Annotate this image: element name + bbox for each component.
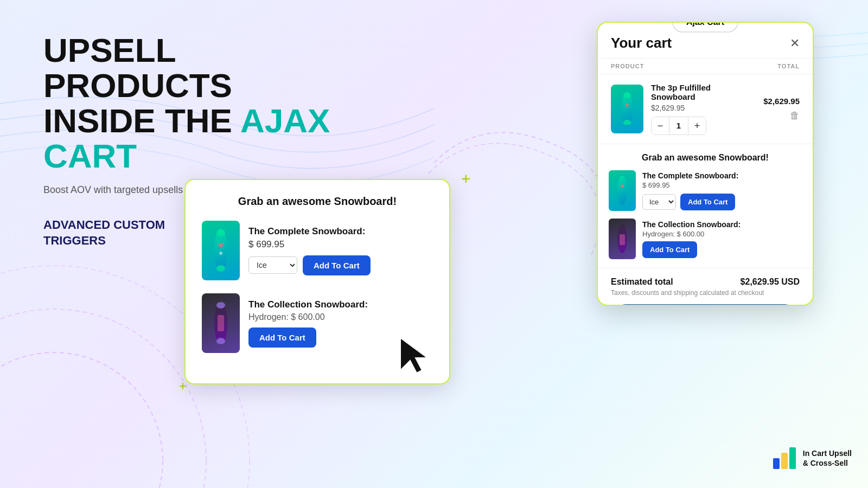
upsell-name-1: The Complete Snowboard: [248, 226, 433, 237]
svg-point-0 [0, 352, 163, 488]
upsell-variant-2: Hydrogen: $ 600.00 [248, 312, 433, 322]
svg-point-15 [623, 93, 631, 98]
estimated-amount: $2,629.95 USD [741, 277, 800, 287]
cart-scrollable[interactable]: Your cart ✕ PRODUCT TOTAL [598, 23, 813, 305]
cart-upsell-name-2: The Collection Snowboard: [642, 220, 802, 229]
upsell-controls-1: Ice Sea Powder Add To Cart [248, 255, 433, 275]
qty-value: 1 [669, 117, 688, 134]
upsell-price-1: $ 699.95 [248, 239, 433, 250]
upsell-popup-card: Grab an awesome Snowboard! The Complete … [184, 179, 450, 384]
upsell-name-2: The Collection Snowboard: [248, 299, 433, 310]
svg-rect-11 [218, 315, 224, 331]
add-to-cart-btn-1[interactable]: Add To Cart [303, 255, 371, 275]
svg-point-5 [216, 265, 225, 272]
svg-rect-20 [620, 234, 625, 245]
main-title: UPSELL PRODUCTS INSIDE THE AJAX CART [43, 33, 358, 174]
cart-item-name: The 3p Fulfilled Snowboard [651, 83, 756, 101]
cart-footer: Estimated total $2,629.95 USD Taxes, dis… [598, 268, 813, 305]
cart-upsell-name-1: The Complete Snowboard: [642, 171, 802, 180]
svg-rect-22 [781, 453, 788, 469]
cart-upsell-section: Grab an awesome Snowboard! [598, 144, 813, 268]
cart-item-info: The 3p Fulfilled Snowboard $2,629.95 − 1… [651, 83, 756, 135]
qty-control: − 1 + [651, 117, 706, 135]
svg-point-14 [626, 104, 629, 107]
svg-point-9 [216, 302, 225, 309]
brand-name: In Cart Upsell & Cross-Sell [803, 448, 852, 468]
svg-point-1 [0, 309, 206, 488]
cart-close-button[interactable]: ✕ [790, 37, 800, 49]
cart-upsell-variant-2: Hydrogen: $ 600.00 [642, 230, 802, 238]
title-line2: INSIDE THE [43, 102, 232, 139]
cart-upsell-price-1: $ 699.95 [642, 181, 802, 189]
cursor-arrow [395, 332, 433, 378]
col-product: PRODUCT [611, 63, 644, 69]
plus-decoration-2: + [179, 380, 187, 393]
cart-upsell-img-1 [609, 170, 636, 211]
cart-item-row: The 3p Fulfilled Snowboard $2,629.95 − 1… [598, 74, 813, 144]
product-image-collection [202, 293, 240, 353]
cart-upsell-title: Grab an awesome Snowboard! [609, 153, 802, 163]
svg-point-16 [623, 120, 631, 125]
title-line1: UPSELL PRODUCTS [43, 31, 232, 104]
cart-upsell-item-2: The Collection Snowboard: Hydrogen: $ 60… [609, 219, 802, 259]
cart-columns: PRODUCT TOTAL [598, 59, 813, 74]
estimated-total-row: Estimated total $2,629.95 USD [611, 277, 800, 287]
checkout-button[interactable]: Check out [611, 304, 800, 305]
brand-logo: In Cart Upsell & Cross-Sell [770, 445, 852, 472]
delete-item-button[interactable]: 🗑 [790, 110, 800, 121]
cart-upsell-info-2: The Collection Snowboard: Hydrogen: $ 60… [642, 220, 802, 258]
svg-point-18 [621, 184, 624, 188]
svg-point-10 [216, 338, 225, 344]
ajax-cart-panel: Ajax Cart Your cart ✕ PRODUCT TOTAL [597, 22, 814, 306]
svg-point-17 [617, 176, 627, 205]
plus-decoration-1: + [461, 171, 471, 187]
cart-upsell-controls-1: Ice Sea Add To Cart [642, 194, 802, 210]
svg-rect-21 [773, 458, 780, 469]
variant-select-1[interactable]: Ice Sea Powder [248, 256, 297, 274]
tax-note: Taxes, discounts and shipping calculated… [611, 289, 800, 297]
svg-rect-23 [789, 447, 796, 469]
col-total: TOTAL [777, 63, 800, 69]
svg-point-4 [216, 229, 225, 236]
cart-upsell-img-2 [609, 219, 636, 259]
qty-minus-button[interactable]: − [652, 117, 669, 134]
brand-icon-svg [770, 445, 797, 472]
cart-item-price: $2,629.95 [651, 104, 756, 112]
cart-add-btn-2[interactable]: Add To Cart [642, 241, 697, 258]
cart-add-btn-1[interactable]: Add To Cart [680, 194, 735, 210]
cart-variant-select-1[interactable]: Ice Sea [642, 194, 676, 210]
ajax-cart-badge: Ajax Cart [672, 22, 738, 33]
estimated-label: Estimated total [611, 277, 673, 287]
upsell-info-1: The Complete Snowboard: $ 699.95 Ice Sea… [248, 226, 433, 275]
svg-marker-12 [400, 338, 427, 373]
product-image-complete [202, 221, 240, 280]
qty-plus-button[interactable]: + [688, 117, 706, 134]
svg-point-6 [219, 243, 223, 247]
cart-upsell-info-1: The Complete Snowboard: $ 699.95 Ice Sea… [642, 171, 802, 210]
popup-title: Grab an awesome Snowboard! [202, 195, 433, 208]
cart-item-total: $2,629.95 [763, 97, 800, 106]
cart-item-image [611, 85, 643, 133]
upsell-item-1: The Complete Snowboard: $ 699.95 Ice Sea… [202, 221, 433, 280]
add-to-cart-btn-2[interactable]: Add To Cart [248, 328, 316, 348]
svg-point-7 [219, 252, 222, 255]
cart-title: Your cart [611, 35, 672, 52]
cart-upsell-item-1: The Complete Snowboard: $ 699.95 Ice Sea… [609, 170, 802, 211]
